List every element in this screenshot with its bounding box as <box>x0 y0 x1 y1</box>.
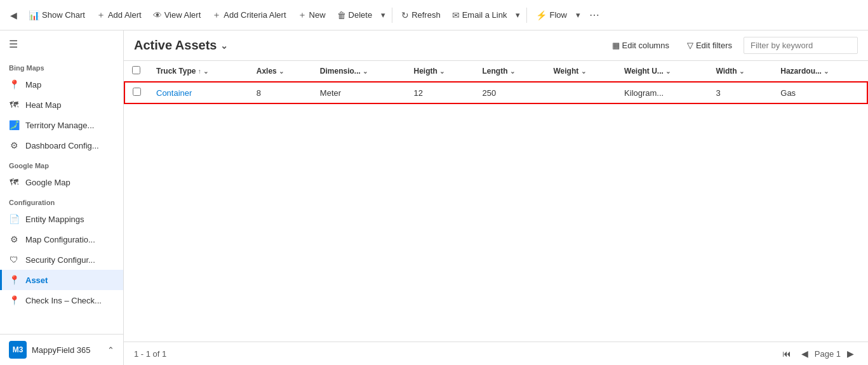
content-area: Active Assets ⌄ ▦ Edit columns ▽ Edit fi… <box>124 30 868 365</box>
more-options-button[interactable]: ⋯ <box>584 6 604 23</box>
th-height-chevron[interactable]: ⌄ <box>439 68 444 75</box>
th-axles[interactable]: Axles ⌄ <box>249 61 312 82</box>
th-weight-label: Weight <box>553 67 578 76</box>
hamburger-button[interactable]: ☰ <box>0 30 123 58</box>
edit-filters-label: Edit filters <box>696 41 732 50</box>
th-axles-chevron[interactable]: ⌄ <box>279 68 284 75</box>
sidebar-item-map[interactable]: 📍 Map <box>0 74 123 95</box>
edit-columns-icon: ▦ <box>612 41 620 50</box>
cell-height: 12 <box>406 82 475 103</box>
refresh-icon: ↻ <box>401 10 409 20</box>
th-length-chevron[interactable]: ⌄ <box>510 68 515 75</box>
sidebar-item-asset-label: Asset <box>25 275 48 285</box>
footer-chevron-icon: ⌃ <box>107 345 114 355</box>
title-chevron-icon[interactable]: ⌄ <box>220 41 228 51</box>
th-width-chevron[interactable]: ⌄ <box>739 68 744 75</box>
th-width[interactable]: Width ⌄ <box>708 61 773 82</box>
th-truck-type[interactable]: Truck Type ↑ ⌄ <box>149 61 249 82</box>
sidebar-item-asset[interactable]: 📍 Asset <box>0 270 123 290</box>
separator-1 <box>392 8 392 23</box>
sidebar-item-map-config[interactable]: ⚙ Map Configuratio... <box>0 229 123 249</box>
delete-button[interactable]: 🗑 Delete <box>332 8 378 23</box>
new-icon: ＋ <box>298 10 307 21</box>
th-weight-unit-label: Weight U... <box>624 67 664 76</box>
flow-label: Flow <box>549 10 566 20</box>
sidebar-item-map-config-label: Map Configuratio... <box>25 235 95 244</box>
back-button[interactable]: ◀ <box>5 8 22 23</box>
th-height[interactable]: Heigth ⌄ <box>406 61 475 82</box>
th-axles-label: Axles <box>257 67 277 76</box>
th-truck-type-chevron[interactable]: ⌄ <box>203 68 208 75</box>
cell-weight <box>545 82 617 103</box>
view-alert-button[interactable]: 👁 View Alert <box>148 8 206 23</box>
cell-dimensions: Meter <box>312 82 406 103</box>
next-page-button[interactable]: ▶ <box>843 347 858 360</box>
th-dimensions[interactable]: Dimensio... ⌄ <box>312 61 406 82</box>
sidebar-item-google-map-label: Google Map <box>25 178 70 187</box>
edit-columns-label: Edit columns <box>622 41 669 50</box>
sidebar-item-security[interactable]: 🛡 Security Configur... <box>0 249 123 270</box>
assets-table: Truck Type ↑ ⌄ Axles ⌄ Dimensio... ⌄ <box>124 61 868 104</box>
back-icon: ◀ <box>10 10 17 20</box>
prev-page-button[interactable]: ◀ <box>798 347 812 360</box>
add-alert-button[interactable]: ＋ Add Alert <box>91 7 147 23</box>
row-checkbox[interactable] <box>133 88 141 96</box>
delete-chevron[interactable]: ▾ <box>378 8 388 22</box>
th-hazardous-label: Hazardou... <box>780 67 822 76</box>
page-title: Active Assets <box>134 38 217 53</box>
th-weight-unit-chevron[interactable]: ⌄ <box>665 68 671 75</box>
th-hazardous-chevron[interactable]: ⌄ <box>824 68 829 75</box>
sidebar-item-entity-mappings[interactable]: 📄 Entity Mappings <box>0 209 123 229</box>
sidebar-item-check-ins[interactable]: 📍 Check Ins – Check... <box>0 290 123 310</box>
th-length-label: Length <box>483 67 508 76</box>
google-map-icon: 🗺 <box>9 177 19 187</box>
th-weight-chevron[interactable]: ⌄ <box>581 68 586 75</box>
cell-length: 250 <box>475 82 546 103</box>
th-weight[interactable]: Weight ⌄ <box>545 61 617 82</box>
email-link-button[interactable]: ✉ Email a Link <box>447 8 512 23</box>
flow-button[interactable]: ⚡ Flow <box>531 8 571 23</box>
sidebar-item-territory[interactable]: 🗾 Territory Manage... <box>0 115 123 135</box>
th-weight-unit[interactable]: Weight U... ⌄ <box>617 61 708 82</box>
check-ins-icon: 📍 <box>9 295 19 305</box>
truck-type-link[interactable]: Container <box>156 88 192 98</box>
content-title: Active Assets ⌄ <box>134 38 228 53</box>
cell-hazardous: Gas <box>773 82 867 103</box>
sidebar-item-google-map[interactable]: 🗺 Google Map <box>0 172 123 192</box>
show-chart-button[interactable]: 📊 Show Chart <box>23 8 90 23</box>
google-map-section-label: Google Map <box>0 156 123 172</box>
dashboard-icon: ⚙ <box>9 140 19 150</box>
add-alert-label: Add Alert <box>108 10 142 20</box>
content-header-actions: ▦ Edit columns ▽ Edit filters <box>606 37 858 54</box>
edit-columns-button[interactable]: ▦ Edit columns <box>606 37 676 53</box>
add-criteria-alert-button[interactable]: ＋ Add Criteria Alert <box>207 7 291 23</box>
email-chevron[interactable]: ▾ <box>513 8 523 22</box>
show-chart-label: Show Chart <box>42 10 85 20</box>
select-all-checkbox[interactable] <box>132 66 140 74</box>
sidebar-footer[interactable]: M3 MappyField 365 ⌃ <box>0 334 123 365</box>
sidebar-item-heat-map[interactable]: 🗺 Heat Map <box>0 95 123 115</box>
email-link-label: Email a Link <box>462 10 507 20</box>
sort-asc-icon: ↑ <box>198 68 201 75</box>
refresh-button[interactable]: ↻ Refresh <box>396 8 446 23</box>
edit-filters-button[interactable]: ▽ Edit filters <box>681 37 738 53</box>
add-criteria-icon: ＋ <box>212 10 221 21</box>
th-hazardous[interactable]: Hazardou... ⌄ <box>773 61 867 82</box>
record-info: 1 - 1 of 1 <box>134 349 166 359</box>
flow-chevron[interactable]: ▾ <box>573 8 583 22</box>
bing-maps-section-label: Bing Maps <box>0 58 123 74</box>
filter-input[interactable] <box>744 37 858 54</box>
sidebar-item-dashboard[interactable]: ⚙ Dashboard Config... <box>0 135 123 156</box>
th-dimensions-chevron[interactable]: ⌄ <box>363 68 368 75</box>
map-pin-icon: 📍 <box>9 79 19 90</box>
sidebar-item-entity-mappings-label: Entity Mappings <box>25 215 84 224</box>
territory-icon: 🗾 <box>9 120 19 130</box>
delete-icon: 🗑 <box>337 10 346 20</box>
select-all-header <box>124 61 149 82</box>
new-button[interactable]: ＋ New <box>293 7 331 23</box>
first-page-button[interactable]: ⏮ <box>778 347 795 360</box>
add-criteria-alert-label: Add Criteria Alert <box>224 10 286 20</box>
add-alert-icon: ＋ <box>97 10 105 21</box>
footer-app-name: MappyField 365 <box>32 345 91 355</box>
th-length[interactable]: Length ⌄ <box>475 61 546 82</box>
